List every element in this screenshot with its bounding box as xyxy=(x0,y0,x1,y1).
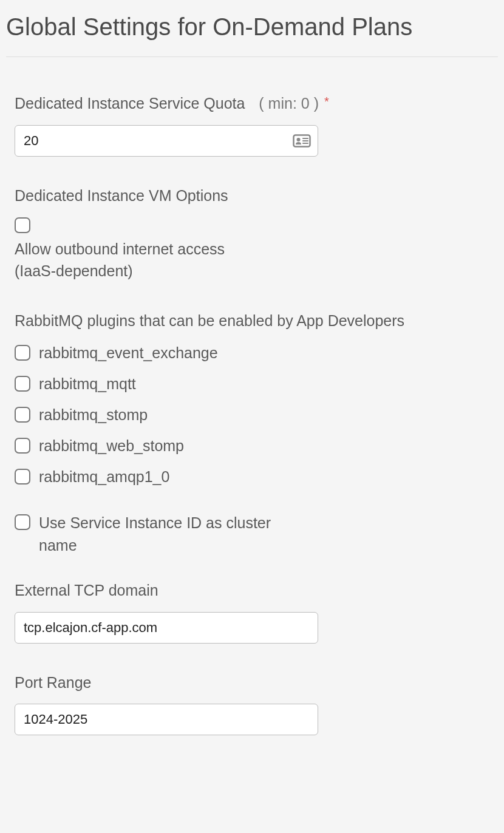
plugin-label: rabbitmq_event_exchange xyxy=(39,342,218,364)
plugin-label: rabbitmq_amqp1_0 xyxy=(39,466,169,488)
plugin-checkbox-stomp[interactable] xyxy=(15,407,30,423)
outbound-access-label: Allow outbound internet access (IaaS-dep… xyxy=(15,238,270,282)
service-quota-hint: ( min: 0 ) xyxy=(259,95,319,112)
port-range-label: Port Range xyxy=(15,673,480,693)
service-quota-label-text: Dedicated Instance Service Quota xyxy=(15,95,245,112)
service-quota-input[interactable] xyxy=(15,125,318,157)
field-port-range: Port Range xyxy=(15,673,480,736)
plugin-row: rabbitmq_event_exchange xyxy=(15,342,480,364)
field-service-quota: Dedicated Instance Service Quota ( min: … xyxy=(15,93,480,157)
vm-options-label: Dedicated Instance VM Options xyxy=(15,186,480,206)
cluster-name-label: Use Service Instance ID as cluster name xyxy=(39,512,276,557)
page-title: Global Settings for On-Demand Plans xyxy=(6,6,498,57)
plugin-row: rabbitmq_mqtt xyxy=(15,373,480,395)
plugin-checkbox-mqtt[interactable] xyxy=(15,376,30,392)
outbound-access-checkbox[interactable] xyxy=(15,217,30,233)
plugin-row: rabbitmq_stomp xyxy=(15,404,480,426)
field-tcp-domain: External TCP domain xyxy=(15,580,480,644)
tcp-domain-label: External TCP domain xyxy=(15,580,480,601)
plugin-checkbox-amqp10[interactable] xyxy=(15,469,30,484)
id-card-icon xyxy=(293,134,311,148)
cluster-name-checkbox[interactable] xyxy=(15,514,30,530)
field-vm-options: Dedicated Instance VM Options Allow outb… xyxy=(15,186,480,282)
required-indicator: * xyxy=(324,95,329,108)
plugin-checkbox-event-exchange[interactable] xyxy=(15,345,30,361)
plugin-label: rabbitmq_mqtt xyxy=(39,373,136,395)
settings-form: Dedicated Instance Service Quota ( min: … xyxy=(6,93,480,735)
plugins-label: RabbitMQ plugins that can be enabled by … xyxy=(15,311,480,332)
tcp-domain-input[interactable] xyxy=(15,612,318,644)
plugin-row: rabbitmq_web_stomp xyxy=(15,435,480,457)
port-range-input[interactable] xyxy=(15,704,318,735)
plugin-label: rabbitmq_web_stomp xyxy=(39,435,184,457)
svg-point-1 xyxy=(297,138,301,141)
cluster-name-row: Use Service Instance ID as cluster name xyxy=(15,512,276,557)
field-plugins: RabbitMQ plugins that can be enabled by … xyxy=(15,311,480,557)
plugin-list: rabbitmq_event_exchange rabbitmq_mqtt ra… xyxy=(15,342,480,488)
service-quota-input-wrap xyxy=(15,125,318,157)
vm-options-outbound-row: Allow outbound internet access (IaaS-dep… xyxy=(15,217,480,282)
plugin-checkbox-web-stomp[interactable] xyxy=(15,438,30,454)
service-quota-label: Dedicated Instance Service Quota ( min: … xyxy=(15,93,480,114)
plugin-row: rabbitmq_amqp1_0 xyxy=(15,466,480,488)
plugin-label: rabbitmq_stomp xyxy=(39,404,148,426)
